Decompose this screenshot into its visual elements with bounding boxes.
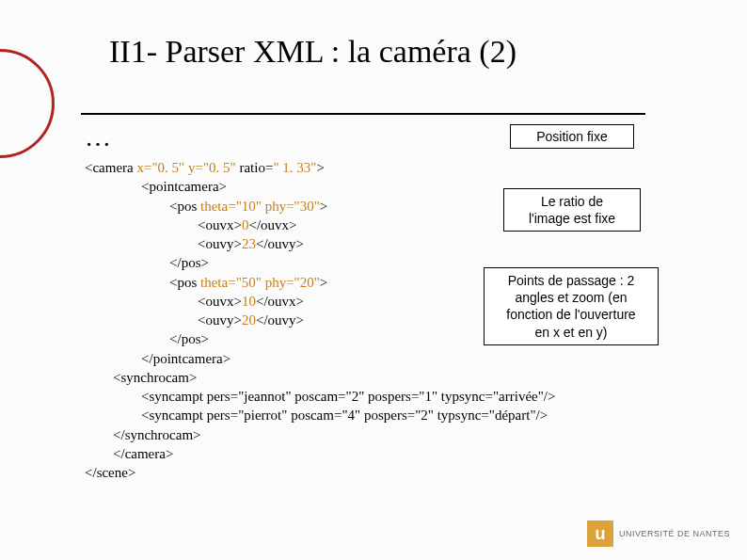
logo-icon: u bbox=[587, 520, 613, 547]
code-line: </scene> bbox=[85, 463, 555, 482]
logo-text: UNIVERSITÉ DE NANTES bbox=[619, 529, 730, 538]
label-text: Position fixe bbox=[536, 129, 607, 144]
code-line: <syncampt pers="pierrot" poscam="4" posp… bbox=[85, 406, 555, 424]
code-line: <synchrocam> bbox=[85, 368, 555, 387]
decorative-circle bbox=[0, 49, 55, 158]
title-underline bbox=[81, 113, 645, 115]
code-line: <ouvy>20</ouvy> bbox=[85, 311, 555, 329]
ellipsis: … bbox=[85, 122, 111, 152]
code-line: <syncampt pers="jeannot" poscam="2" posp… bbox=[85, 387, 555, 406]
code-line: </pointcamera> bbox=[85, 349, 555, 368]
code-line: </pos> bbox=[85, 253, 555, 272]
code-line: </synchrocam> bbox=[85, 425, 555, 444]
code-line: <camera x="0. 5" y="0. 5" ratio=" 1. 33"… bbox=[85, 158, 555, 177]
university-logo: u UNIVERSITÉ DE NANTES bbox=[587, 520, 730, 547]
slide-title: II1- Parser XML : la caméra (2) bbox=[109, 34, 517, 70]
code-line: <pointcamera> bbox=[85, 177, 555, 196]
code-line: <pos theta="10" phy="30"> bbox=[85, 197, 555, 216]
label-position-fixe: Position fixe bbox=[510, 124, 634, 149]
code-line: <pos theta="50" phy="20"> bbox=[85, 273, 555, 292]
code-line: </pos> bbox=[85, 329, 555, 348]
code-line: <ouvx>10</ouvx> bbox=[85, 292, 555, 311]
xml-code-block: <camera x="0. 5" y="0. 5" ratio=" 1. 33"… bbox=[85, 158, 555, 482]
code-line: <ouvx>0</ouvx> bbox=[85, 216, 555, 234]
code-line: <ouvy>23</ouvy> bbox=[85, 234, 555, 253]
code-line: </camera> bbox=[85, 444, 555, 463]
